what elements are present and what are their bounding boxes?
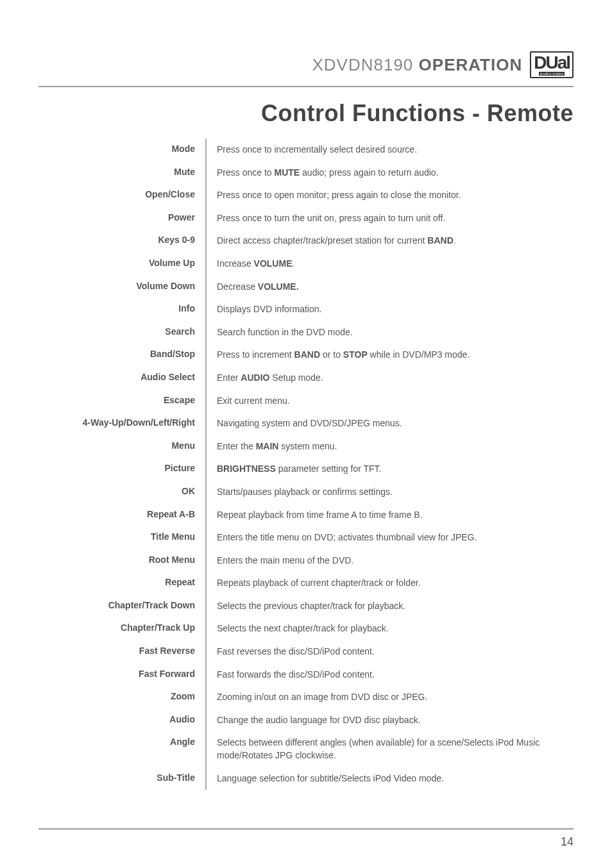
function-description: Fast forwards the disc/SD/iPod content.: [207, 664, 574, 687]
function-description: Search function in the DVD mode.: [207, 321, 574, 344]
function-label: Menu: [38, 435, 205, 456]
page-title: Control Functions - Remote: [38, 100, 574, 127]
table-row: 4-Way-Up/Down/Left/RightNavigating syste…: [38, 412, 574, 435]
table-row: MenuEnter the MAIN system menu.: [38, 435, 574, 458]
table-row: Volume UpIncrease VOLUME.: [38, 253, 574, 276]
functions-table: ModePress once to incrementally select d…: [38, 138, 574, 790]
function-description: Enters the main menu of the DVD.: [207, 549, 574, 572]
function-description: Selects between different angles (when a…: [207, 731, 574, 767]
function-label: Info: [38, 298, 205, 319]
function-description: Selects the previous chapter/track for p…: [207, 595, 574, 618]
table-row: Repeat A-BRepeat playback from time fram…: [38, 504, 574, 527]
function-label: Open/Close: [38, 184, 205, 204]
table-row: Fast ForwardFast forwards the disc/SD/iP…: [38, 664, 574, 687]
function-label: Fast Forward: [38, 664, 205, 684]
function-label: Root Menu: [38, 549, 205, 570]
function-description: BRIGHTNESS parameter setting for TFT.: [207, 458, 574, 481]
function-label: Repeat: [38, 572, 205, 592]
table-row: Chapter/Track DownSelects the previous c…: [38, 595, 574, 618]
table-row: AudioChange the audio language for DVD d…: [38, 709, 574, 732]
logo-subtext: audio-video: [539, 72, 565, 76]
function-label: Band/Stop: [38, 344, 205, 364]
function-label: Zoom: [38, 686, 205, 706]
table-row: Chapter/Track UpSelects the next chapter…: [38, 617, 574, 640]
function-description: Repeats playback of current chapter/trac…: [207, 572, 574, 595]
table-row: Band/StopPress to increment BAND or to S…: [38, 344, 574, 367]
header: XDVDN8190 OPERATION DUal audio-video: [38, 51, 574, 78]
function-description: Press once to turn the unit on, press ag…: [207, 207, 574, 230]
function-description: Press once to incrementally select desir…: [207, 138, 574, 162]
table-row: Keys 0-9Direct access chapter/track/pres…: [38, 230, 574, 253]
header-divider: [38, 86, 574, 87]
function-label: 4-Way-Up/Down/Left/Right: [38, 412, 205, 433]
table-row: PictureBRIGHTNESS parameter setting for …: [38, 458, 574, 481]
table-row: Fast ReverseFast reverses the disc/SD/iP…: [38, 640, 574, 664]
table-row: Root MenuEnters the main menu of the DVD…: [38, 549, 574, 572]
table-row: Title MenuEnters the title menu on DVD; …: [38, 526, 574, 549]
table-row: InfoDisplays DVD information.: [38, 298, 574, 321]
function-label: Angle: [38, 731, 205, 752]
function-label: Title Menu: [38, 526, 205, 547]
table-row: PowerPress once to turn the unit on, pre…: [38, 207, 574, 230]
function-label: Mode: [38, 138, 205, 159]
logo-text: DUal: [534, 54, 570, 72]
table-row: AngleSelects between different angles (w…: [38, 731, 574, 767]
table-row: SearchSearch function in the DVD mode.: [38, 321, 574, 344]
function-description: Selects the next chapter/track for playb…: [207, 617, 574, 640]
function-description: Increase VOLUME.: [207, 253, 574, 276]
function-label: Escape: [38, 390, 205, 410]
table-row: Sub-TitleLanguage selection for subtitle…: [38, 767, 574, 790]
function-description: Change the audio language for DVD disc p…: [207, 709, 574, 732]
page-number: 14: [561, 835, 574, 849]
function-label: Picture: [38, 458, 205, 478]
function-description: Starts/pauses playback or confirms setti…: [207, 481, 574, 504]
model-operation: XDVDN8190 OPERATION: [312, 55, 522, 75]
function-label: Power: [38, 207, 205, 228]
function-label: Volume Down: [38, 276, 205, 296]
table-row: EscapeExit current menu.: [38, 390, 574, 413]
function-label: Volume Up: [38, 253, 205, 273]
function-label: OK: [38, 481, 205, 501]
function-description: Displays DVD information.: [207, 298, 574, 321]
function-description: Fast reverses the disc/SD/iPod content.: [207, 640, 574, 664]
function-description: Enter the MAIN system menu.: [207, 435, 574, 458]
footer-divider: [38, 828, 574, 830]
function-description: Decrease VOLUME.: [207, 276, 574, 299]
table-row: OKStarts/pauses playback or confirms set…: [38, 481, 574, 504]
function-label: Audio: [38, 709, 205, 730]
table-row: RepeatRepeats playback of current chapte…: [38, 572, 574, 595]
function-label: Fast Reverse: [38, 640, 205, 661]
table-row: ModePress once to incrementally select d…: [38, 138, 574, 162]
function-label: Chapter/Track Down: [38, 595, 205, 615]
function-label: Audio Select: [38, 367, 205, 387]
function-description: Press to increment BAND or to STOP while…: [207, 344, 574, 367]
function-description: Exit current menu.: [207, 390, 574, 413]
table-row: Open/ClosePress once to open monitor; pr…: [38, 184, 574, 207]
function-description: Zooming in/out on an image from DVD disc…: [207, 686, 574, 709]
function-label: Chapter/Track Up: [38, 617, 205, 638]
function-description: Enter AUDIO Setup mode.: [207, 367, 574, 390]
table-row: MutePress once to MUTE audio; press agai…: [38, 162, 574, 185]
operation-label: OPERATION: [419, 55, 523, 74]
table-row: Volume DownDecrease VOLUME.: [38, 276, 574, 299]
function-description: Repeat playback from time frame A to tim…: [207, 504, 574, 527]
function-label: Sub-Title: [38, 767, 205, 788]
function-description: Press once to open monitor; press again …: [207, 184, 574, 207]
brand-logo: DUal audio-video: [530, 51, 574, 78]
function-label: Search: [38, 321, 205, 342]
function-description: Press once to MUTE audio; press again to…: [207, 162, 574, 185]
function-description: Navigating system and DVD/SD/JPEG menus.: [207, 412, 574, 435]
function-description: Direct access chapter/track/preset stati…: [207, 230, 574, 253]
function-label: Keys 0-9: [38, 230, 205, 250]
function-description: Language selection for subtitle/Selects …: [207, 767, 574, 790]
function-description: Enters the title menu on DVD; activates …: [207, 526, 574, 549]
function-label: Mute: [38, 162, 205, 182]
function-label: Repeat A-B: [38, 504, 205, 524]
table-row: ZoomZooming in/out on an image from DVD …: [38, 686, 574, 709]
model-number: XDVDN8190: [312, 55, 413, 74]
table-row: Audio SelectEnter AUDIO Setup mode.: [38, 367, 574, 390]
